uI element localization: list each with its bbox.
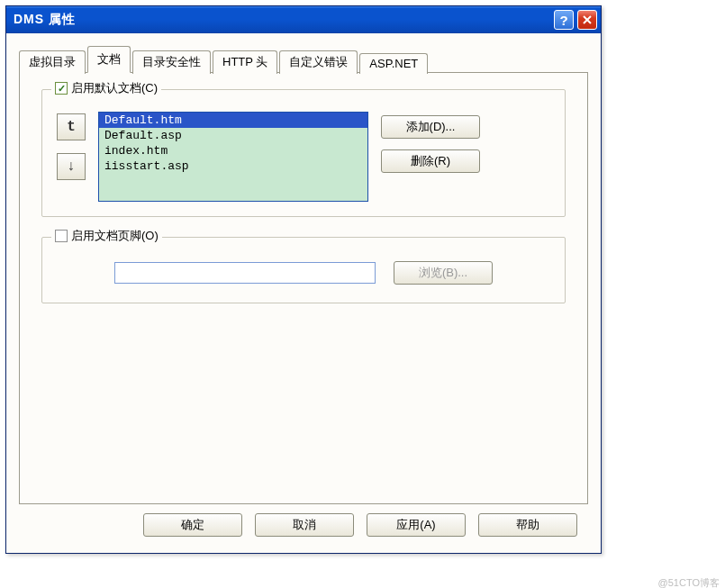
group-footer-legend: ✓ 启用文档页脚(O): [51, 228, 162, 244]
window-title: DMS 属性: [14, 12, 554, 28]
help-button[interactable]: ?: [554, 10, 574, 30]
tab-directory-security[interactable]: 目录安全性: [132, 50, 211, 74]
enable-default-doc-label: 启用默认文档(C): [71, 80, 158, 96]
move-down-button[interactable]: ↓: [57, 153, 86, 180]
browse-button[interactable]: 浏览(B)...: [394, 261, 493, 285]
group-document-footer: ✓ 启用文档页脚(O) 浏览(B)...: [41, 237, 566, 303]
list-item[interactable]: index.htm: [99, 143, 367, 158]
tabstrip: 虚拟目录 文档 目录安全性 HTTP 头 自定义错误 ASP.NET: [19, 46, 588, 73]
enable-footer-checkbox[interactable]: ✓: [55, 230, 68, 242]
ok-button[interactable]: 确定: [143, 513, 242, 537]
default-docs-row: t ↓ Default.htm Default.asp index.htm ii…: [57, 112, 550, 202]
reorder-buttons: t ↓: [57, 112, 86, 180]
properties-dialog: DMS 属性 ? 虚拟目录 文档 目录安全性 HTTP 头 自定义错误 ASP.…: [5, 5, 602, 554]
dialog-button-row: 确定 取消 应用(A) 帮助: [19, 504, 588, 540]
help-dialog-button[interactable]: 帮助: [478, 513, 577, 537]
group-default-legend: ✓ 启用默认文档(C): [51, 80, 161, 96]
list-item[interactable]: iisstart.asp: [99, 158, 367, 174]
tab-asp-net[interactable]: ASP.NET: [359, 53, 428, 74]
remove-button[interactable]: 删除(R): [381, 149, 480, 173]
watermark: @51CTO博客: [658, 576, 720, 588]
tab-documents[interactable]: 文档: [87, 46, 131, 73]
tab-virtual-directory[interactable]: 虚拟目录: [19, 50, 86, 74]
close-icon: [583, 15, 592, 24]
tab-panel-documents: ✓ 启用默认文档(C) t ↓ Default.htm Default.asp …: [19, 72, 588, 504]
list-action-buttons: 添加(D)... 删除(R): [381, 112, 480, 173]
add-button[interactable]: 添加(D)...: [381, 115, 480, 139]
enable-default-doc-checkbox[interactable]: ✓: [55, 82, 68, 95]
close-button[interactable]: [577, 10, 597, 30]
group-default-document: ✓ 启用默认文档(C) t ↓ Default.htm Default.asp …: [41, 89, 566, 217]
cancel-button[interactable]: 取消: [255, 513, 354, 537]
tab-custom-errors[interactable]: 自定义错误: [279, 50, 358, 74]
move-up-button[interactable]: t: [57, 113, 86, 140]
footer-row: 浏览(B)...: [57, 261, 550, 285]
titlebar-buttons: ?: [554, 10, 597, 30]
default-documents-list[interactable]: Default.htm Default.asp index.htm iissta…: [98, 112, 368, 202]
footer-path-input[interactable]: [114, 262, 376, 284]
titlebar[interactable]: DMS 属性 ?: [6, 6, 601, 33]
tab-http-headers[interactable]: HTTP 头: [213, 50, 277, 74]
enable-footer-label: 启用文档页脚(O): [71, 228, 159, 244]
apply-button[interactable]: 应用(A): [367, 513, 466, 537]
list-item[interactable]: Default.asp: [99, 128, 367, 143]
client-area: 虚拟目录 文档 目录安全性 HTTP 头 自定义错误 ASP.NET ✓ 启用默…: [6, 33, 601, 553]
list-item[interactable]: Default.htm: [99, 113, 367, 128]
